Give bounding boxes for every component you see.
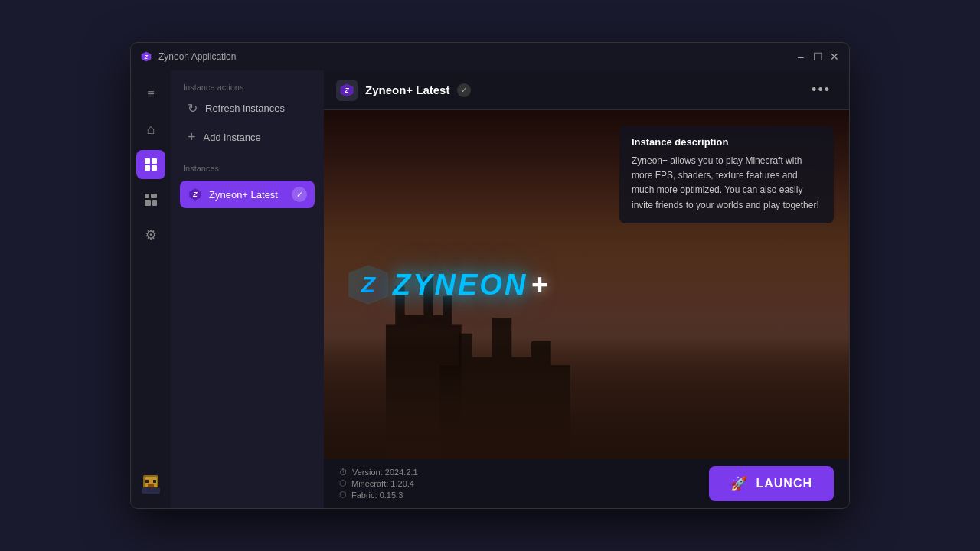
zyneon-logo-group: Z ZYNEON + — [347, 263, 548, 306]
content-header: Z Zyneon+ Latest ✓ ••• — [324, 70, 849, 110]
version-info: ⏱ Version: 2024.2.1 ⬡ Minecraft: 1.20.4 … — [339, 468, 418, 500]
sidebar-item-grid[interactable] — [136, 185, 165, 214]
add-instance-label: Add instance — [204, 132, 261, 143]
icon-bar-bottom — [136, 470, 165, 499]
z-icon-large: Z — [347, 263, 390, 306]
content-instance-icon: Z — [336, 80, 358, 101]
plus-symbol: + — [531, 269, 547, 302]
sidebar: Instance actions ↻ Refresh instances + A… — [171, 70, 324, 508]
sidebar-item-instances[interactable] — [136, 150, 165, 179]
svg-rect-2 — [145, 158, 150, 164]
content-instance-name: Zyneon+ Latest — [365, 83, 449, 96]
svg-text:Z: Z — [192, 191, 198, 198]
window-controls: – ☐ ✕ — [795, 51, 840, 62]
refresh-instances-label: Refresh instances — [205, 103, 285, 114]
instances-section: Instances Z Zyneon+ Latest ✓ — [180, 164, 315, 208]
titlebar-left: Z Zyneon Application — [140, 51, 236, 63]
instance-name-label: Zyneon+ Latest — [209, 189, 278, 201]
fabric-icon: ⬡ — [339, 490, 347, 500]
close-button[interactable]: ✕ — [829, 51, 840, 62]
svg-rect-5 — [152, 165, 157, 171]
zyneon-plus-logo: Z ZYNEON + — [347, 263, 548, 306]
minimize-button[interactable]: – — [795, 51, 806, 62]
main-layout: ≡ ⌂ — [131, 70, 849, 508]
svg-rect-12 — [145, 480, 149, 483]
instance-actions-section: Instance actions ↻ Refresh instances + A… — [180, 83, 315, 152]
instance-logo-icon: Z — [188, 187, 203, 202]
launch-button-label: LAUNCH — [756, 477, 812, 491]
application-window: Z Zyneon Application – ☐ ✕ ≡ ⌂ — [130, 42, 850, 509]
sidebar-item-home[interactable]: ⌂ — [136, 115, 165, 144]
svg-rect-7 — [151, 194, 157, 198]
banner-area: Z ZYNEON + — [324, 110, 849, 459]
refresh-instances-button[interactable]: ↻ Refresh instances — [180, 95, 315, 122]
more-options-button[interactable]: ••• — [805, 79, 837, 101]
instance-active-check: ✓ — [292, 187, 307, 202]
sidebar-toggle-button[interactable]: ≡ — [136, 80, 165, 109]
svg-rect-3 — [152, 158, 157, 164]
add-instance-button[interactable]: + Add instance — [180, 123, 315, 152]
content-area: Z Zyneon+ Latest ✓ ••• — [324, 70, 849, 508]
window-title: Zyneon Application — [158, 51, 236, 62]
app-icon: Z — [140, 51, 152, 63]
bottom-bar: ⏱ Version: 2024.2.1 ⬡ Minecraft: 1.20.4 … — [324, 459, 849, 508]
minecraft-label: Minecraft: 1.20.4 — [351, 479, 414, 488]
minecraft-icon: ⬡ — [339, 478, 347, 488]
icon-bar: ≡ ⌂ — [131, 70, 171, 508]
banner-water-reflection — [324, 354, 849, 459]
instance-item-zyneon-plus[interactable]: Z Zyneon+ Latest ✓ — [180, 181, 315, 208]
launch-rocket-icon: 🚀 — [730, 475, 748, 492]
titlebar: Z Zyneon Application – ☐ ✕ — [131, 43, 849, 70]
svg-rect-9 — [152, 200, 157, 206]
svg-rect-8 — [145, 200, 151, 206]
banner-logo-area: Z ZYNEON + — [347, 263, 548, 306]
description-card-title: Instance description — [632, 136, 822, 148]
svg-rect-15 — [142, 487, 160, 494]
svg-rect-6 — [145, 194, 149, 198]
description-card: Instance description Zyneon+ allows you … — [619, 126, 834, 223]
zyneon-text: ZYNEON — [393, 269, 528, 302]
instances-title: Instances — [180, 164, 315, 173]
content-instance-check: ✓ — [457, 83, 471, 97]
instance-item-left: Z Zyneon+ Latest — [188, 187, 278, 202]
sidebar-item-settings[interactable]: ⚙ — [136, 220, 165, 249]
maximize-button[interactable]: ☐ — [812, 51, 823, 62]
zyneon-text-group: ZYNEON + — [393, 269, 548, 302]
version-label: Version: 2024.2.1 — [352, 468, 418, 477]
svg-rect-13 — [153, 480, 156, 483]
content-header-right: ••• — [805, 79, 837, 101]
svg-rect-14 — [148, 484, 154, 487]
icon-bar-top: ≡ ⌂ — [136, 80, 165, 249]
user-avatar-button[interactable] — [136, 470, 165, 499]
version-row: ⏱ Version: 2024.2.1 — [339, 468, 418, 477]
svg-text:Z: Z — [361, 272, 377, 297]
launch-button[interactable]: 🚀 LAUNCH — [709, 466, 834, 501]
add-icon: + — [188, 129, 196, 145]
fabric-label: Fabric: 0.15.3 — [351, 491, 403, 500]
description-card-text: Zyneon+ allows you to play Minecraft wit… — [632, 154, 822, 213]
svg-text:Z: Z — [144, 54, 149, 60]
fabric-row: ⬡ Fabric: 0.15.3 — [339, 490, 418, 500]
instance-actions-title: Instance actions — [180, 83, 315, 92]
minecraft-row: ⬡ Minecraft: 1.20.4 — [339, 478, 418, 488]
svg-text:Z: Z — [344, 86, 349, 94]
zyneon-text-row: ZYNEON + — [393, 269, 548, 302]
version-icon: ⏱ — [339, 468, 348, 477]
content-header-left: Z Zyneon+ Latest ✓ — [336, 80, 471, 101]
refresh-icon: ↻ — [188, 101, 198, 116]
sidebar-actions-list: ↻ Refresh instances + Add instance — [180, 95, 315, 152]
svg-rect-4 — [145, 165, 150, 171]
